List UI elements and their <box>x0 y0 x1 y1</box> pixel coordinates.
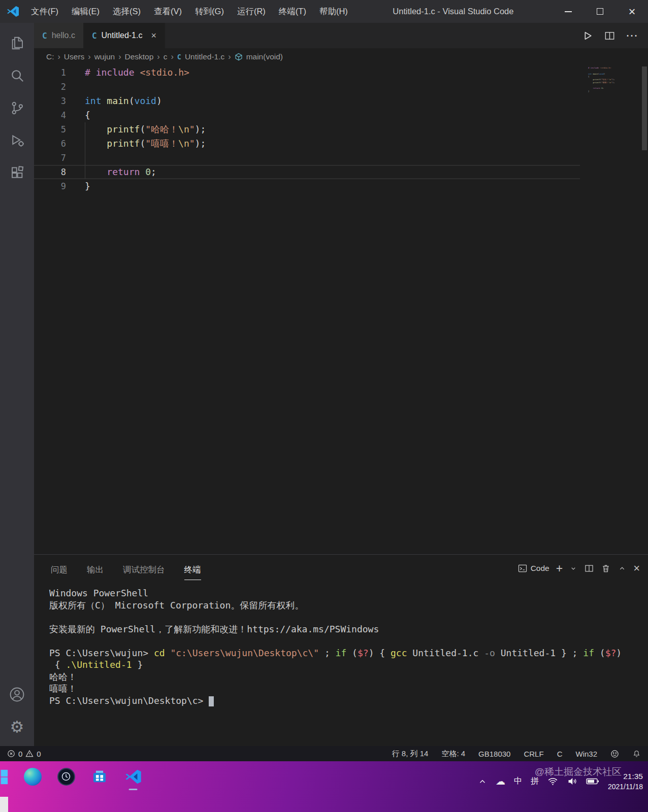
line-number: 2 <box>34 80 66 94</box>
tab-hello-c[interactable]: C hello.c <box>34 23 84 48</box>
store-app-button[interactable] <box>90 767 109 786</box>
ime-mode-indicator[interactable]: 拼 <box>531 776 539 787</box>
menu-edit[interactable]: 编辑(E) <box>65 0 106 23</box>
close-panel-button[interactable] <box>633 563 640 574</box>
edge-app-button[interactable] <box>23 767 42 786</box>
code-line-1[interactable]: 1# include <stdio.h> <box>34 65 580 80</box>
code-line-2[interactable]: 2 <box>34 80 580 94</box>
breadcrumb-desktop[interactable]: Desktop <box>124 52 153 61</box>
window-controls <box>552 0 648 23</box>
panel-tab-debug-console[interactable]: 调试控制台 <box>123 557 165 580</box>
panel-tab-terminal[interactable]: 终端 <box>184 557 201 580</box>
ime-language-indicator[interactable]: 中 <box>514 776 522 787</box>
minimap[interactable]: # include <stdio.h> int main(void){ prin… <box>588 66 635 102</box>
vscode-taskbar-icon <box>125 768 142 785</box>
run-file-button[interactable] <box>581 29 594 42</box>
code-line-4[interactable]: 4{ <box>34 108 580 122</box>
language-status[interactable]: C <box>557 750 563 758</box>
search-button[interactable] <box>0 59 34 92</box>
code-line-5[interactable]: 5 printf("哈哈！\n"); <box>34 122 580 137</box>
tray-chevron-up-icon[interactable] <box>478 777 487 786</box>
menu-view[interactable]: 查看(V) <box>147 0 188 23</box>
run-debug-icon <box>10 133 25 148</box>
taskbar-clock[interactable]: 21:35 2021/11/18 <box>608 771 643 792</box>
explorer-button[interactable] <box>0 27 34 59</box>
editor-actions <box>581 23 648 48</box>
eol-status[interactable]: CRLF <box>524 750 543 758</box>
panel-tab-output[interactable]: 输出 <box>87 557 104 580</box>
start-button-fragment[interactable] <box>0 768 9 786</box>
platform-status[interactable]: Win32 <box>575 750 597 758</box>
error-icon <box>7 750 15 758</box>
clock-app-button[interactable] <box>57 767 75 786</box>
panel-header: 问题 输出 调试控制台 终端 Code <box>34 555 648 582</box>
c-file-icon: C <box>177 53 181 61</box>
close-button[interactable] <box>616 0 648 23</box>
account-button[interactable] <box>0 678 34 710</box>
battery-icon[interactable] <box>586 777 599 785</box>
menu-terminal[interactable]: 终端(T) <box>272 0 313 23</box>
cursor-position-status[interactable]: 行 8, 列 14 <box>392 749 429 759</box>
corner-artifact <box>0 797 8 812</box>
maximize-panel-button[interactable] <box>618 564 627 573</box>
split-terminal-button[interactable] <box>584 563 594 573</box>
run-debug-button[interactable] <box>0 124 34 157</box>
settings-button[interactable] <box>0 710 34 743</box>
chevron-right-icon <box>157 52 159 61</box>
search-icon <box>10 68 25 83</box>
panel-tab-problems[interactable]: 问题 <box>51 557 68 580</box>
menu-selection[interactable]: 选择(S) <box>106 0 147 23</box>
chevron-right-icon <box>228 52 231 61</box>
breadcrumb-wujun[interactable]: wujun <box>94 52 115 61</box>
code-line-6[interactable]: 6 printf("嘻嘻！\n"); <box>34 137 580 151</box>
breadcrumb-file[interactable]: Untitled-1.c <box>185 52 224 61</box>
tab-untitled-1-c[interactable]: C Untitled-1.c <box>84 23 165 48</box>
split-editor-button[interactable] <box>604 30 615 42</box>
code-editor[interactable]: 1# include <stdio.h>2 3int main(void)4{5… <box>34 65 648 554</box>
code-line-3[interactable]: 3int main(void) <box>34 94 580 108</box>
code-area[interactable]: 1# include <stdio.h>2 3int main(void)4{5… <box>34 65 580 193</box>
system-tray: 中 拼 21:35 2021/11/18 <box>478 771 643 792</box>
status-bar: 0 0 行 8, 列 14 空格: 4 GB18030 CRLF C Win32 <box>0 746 648 761</box>
windows-taskbar: @稀土掘金技术社区 中 拼 21:35 2021/11/18 <box>0 761 648 812</box>
new-terminal-button[interactable] <box>556 563 563 574</box>
editor-scrollbar[interactable] <box>642 66 647 150</box>
breadcrumb-symbol[interactable]: main(void) <box>246 52 283 61</box>
terminal-dropdown-chevron[interactable] <box>569 564 577 572</box>
indentation-status[interactable]: 空格: 4 <box>441 749 465 759</box>
more-actions-button[interactable] <box>626 29 638 42</box>
breadcrumb: C: Users wujun Desktop c C Untitled-1.c … <box>34 48 648 65</box>
wifi-icon[interactable] <box>547 776 558 787</box>
kill-terminal-button[interactable] <box>601 563 611 573</box>
line-number: 7 <box>34 151 66 165</box>
problems-indicator[interactable]: 0 0 <box>7 750 41 758</box>
chevron-right-icon <box>171 52 173 61</box>
vscode-app-button[interactable] <box>124 767 142 786</box>
extensions-icon <box>10 165 25 181</box>
code-line-8[interactable]: 8 return 0; <box>34 165 580 179</box>
source-control-button[interactable] <box>0 92 34 124</box>
extensions-button[interactable] <box>0 157 34 189</box>
breadcrumb-drive[interactable]: C: <box>46 52 54 61</box>
onedrive-cloud-icon[interactable] <box>496 775 505 787</box>
minimize-button[interactable] <box>552 0 584 23</box>
files-icon <box>10 36 25 51</box>
maximize-button[interactable] <box>584 0 616 23</box>
menu-go[interactable]: 转到(G) <box>188 0 231 23</box>
breadcrumb-users[interactable]: Users <box>64 52 84 61</box>
terminal-output[interactable]: Windows PowerShell版权所有（C） Microsoft Corp… <box>34 582 648 746</box>
close-tab-icon[interactable] <box>151 31 156 40</box>
notifications-bell-icon[interactable] <box>632 750 641 758</box>
code-line-9[interactable]: 9} <box>34 179 580 193</box>
menu-help[interactable]: 帮助(H) <box>313 0 354 23</box>
volume-icon[interactable] <box>567 776 577 787</box>
menu-run[interactable]: 运行(R) <box>231 0 272 23</box>
encoding-status[interactable]: GB18030 <box>478 750 510 758</box>
terminal-profile-selector[interactable]: Code <box>517 563 549 573</box>
menu-file[interactable]: 文件(F) <box>24 0 65 23</box>
line-number: 6 <box>34 137 66 151</box>
feedback-smiley-icon[interactable] <box>610 750 619 758</box>
code-line-7[interactable]: 7 <box>34 151 580 165</box>
breadcrumb-c-folder[interactable]: c <box>164 52 168 61</box>
error-count: 0 <box>18 750 22 758</box>
